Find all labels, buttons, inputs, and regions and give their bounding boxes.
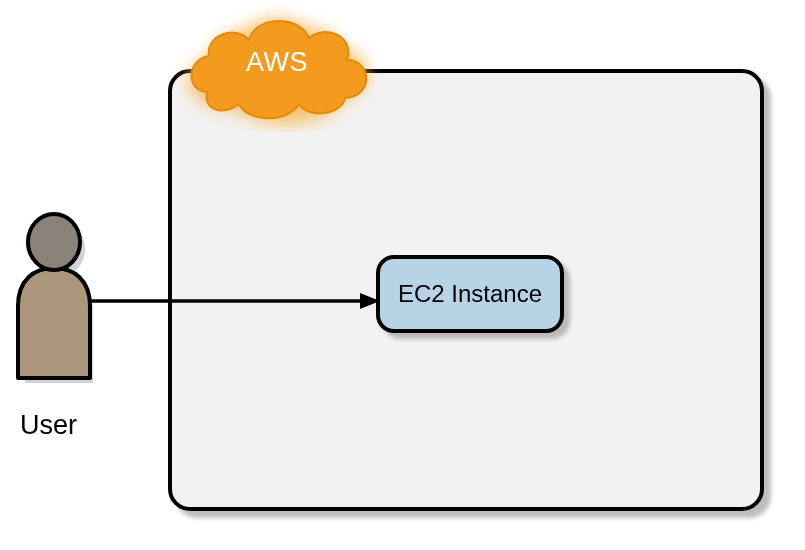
user-icon <box>8 210 103 385</box>
ec2-instance-node: EC2 Instance <box>376 255 564 333</box>
svg-point-9 <box>28 214 80 270</box>
ec2-instance-label: EC2 Instance <box>398 280 542 308</box>
aws-cloud-label: AWS <box>167 47 387 78</box>
user-label: User <box>20 410 77 441</box>
aws-cloud-icon: AWS <box>167 2 387 132</box>
arrow-user-to-ec2 <box>90 291 380 311</box>
architecture-diagram: EC2 Instance AWS <box>0 0 805 550</box>
